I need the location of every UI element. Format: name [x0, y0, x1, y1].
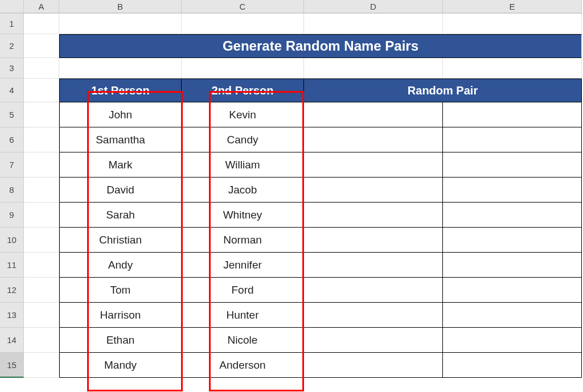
row-header-9[interactable]: 9 [0, 203, 24, 228]
table-row: 15MandyAnderson [0, 353, 583, 378]
cell-A5[interactable] [24, 102, 59, 127]
cell-E9[interactable] [443, 203, 582, 228]
cell-A1[interactable] [24, 14, 59, 34]
cell-E11[interactable] [443, 253, 582, 278]
cell-B13[interactable]: Harrison [59, 303, 182, 328]
table-row: 6SamanthaCandy [0, 127, 583, 152]
row-header-5[interactable]: 5 [0, 102, 24, 127]
cell-C9[interactable]: Whitney [182, 203, 304, 228]
cell-E10[interactable] [443, 228, 582, 253]
cell-B11[interactable]: Andy [59, 253, 182, 278]
cell-D5[interactable] [304, 102, 443, 127]
cell-A10[interactable] [24, 228, 59, 253]
col-header-B[interactable]: B [59, 0, 182, 13]
cell-D11[interactable] [304, 253, 443, 278]
cell-A12[interactable] [24, 278, 59, 303]
table-row: 7MarkWilliam [0, 152, 583, 178]
cell-C12[interactable]: Ford [182, 278, 304, 303]
cell-B1[interactable] [59, 14, 182, 34]
col-header-A[interactable]: A [24, 0, 59, 13]
table-row: 12TomFord [0, 278, 583, 303]
cell-D1[interactable] [304, 14, 443, 34]
cell-C7[interactable]: William [182, 152, 304, 178]
cell-E12[interactable] [443, 278, 582, 303]
cell-B6[interactable]: Samantha [59, 127, 182, 152]
row-header-11[interactable]: 11 [0, 253, 24, 278]
col-header-E[interactable]: E [443, 0, 582, 13]
header-2nd-person[interactable]: 2nd Person [182, 79, 304, 102]
cell-A6[interactable] [24, 127, 59, 152]
cell-B5[interactable]: John [59, 102, 182, 127]
cell-C11[interactable]: Jennifer [182, 253, 304, 278]
cell-E14[interactable] [443, 328, 582, 353]
cell-B7[interactable]: Mark [59, 152, 182, 178]
cell-C14[interactable]: Nicole [182, 328, 304, 353]
cell-C1[interactable] [182, 14, 304, 34]
cell-E8[interactable] [443, 178, 582, 203]
cell-A13[interactable] [24, 303, 59, 328]
cell-D15[interactable] [304, 353, 443, 378]
cell-B9[interactable]: Sarah [59, 203, 182, 228]
cell-C10[interactable]: Norman [182, 228, 304, 253]
cell-D8[interactable] [304, 178, 443, 203]
cell-A15[interactable] [24, 353, 59, 378]
cell-A14[interactable] [24, 328, 59, 353]
cell-C5[interactable]: Kevin [182, 102, 304, 127]
cell-D6[interactable] [304, 127, 443, 152]
row-header-2[interactable]: 2 [0, 34, 24, 58]
cell-D7[interactable] [304, 152, 443, 178]
col-header-C[interactable]: C [182, 0, 304, 13]
cell-A11[interactable] [24, 253, 59, 278]
cell-C15[interactable]: Anderson [182, 353, 304, 378]
cell-E15[interactable] [443, 353, 582, 378]
row-header-13[interactable]: 13 [0, 303, 24, 328]
header-random-pair[interactable]: Random Pair [304, 79, 582, 102]
row-header-7[interactable]: 7 [0, 152, 24, 178]
row-header-8[interactable]: 8 [0, 178, 24, 203]
cell-C13[interactable]: Hunter [182, 303, 304, 328]
row-header-1[interactable]: 1 [0, 14, 24, 34]
cell-E1[interactable] [443, 14, 582, 34]
cell-E13[interactable] [443, 303, 582, 328]
row-header-10[interactable]: 10 [0, 228, 24, 253]
row-header-4[interactable]: 4 [0, 79, 24, 102]
row-header-6[interactable]: 6 [0, 127, 24, 152]
cell-C3[interactable] [182, 58, 304, 79]
row-header-14[interactable]: 14 [0, 328, 24, 353]
cell-D3[interactable] [304, 58, 443, 79]
cell-A4[interactable] [24, 79, 59, 102]
header-1st-person[interactable]: 1st Person [59, 79, 182, 102]
cell-D13[interactable] [304, 303, 443, 328]
table-row: 13HarrisonHunter [0, 303, 583, 328]
cell-B8[interactable]: David [59, 178, 182, 203]
column-headers: A B C D E [0, 0, 583, 14]
cell-B3[interactable] [59, 58, 182, 79]
cell-D9[interactable] [304, 203, 443, 228]
cell-A7[interactable] [24, 152, 59, 178]
spreadsheet-grid: A B C D E 1 2 Generate Random Name Pairs… [0, 0, 583, 392]
cell-B14[interactable]: Ethan [59, 328, 182, 353]
cell-D14[interactable] [304, 328, 443, 353]
cell-B12[interactable]: Tom [59, 278, 182, 303]
cell-C6[interactable]: Candy [182, 127, 304, 152]
cell-A8[interactable] [24, 178, 59, 203]
cell-E6[interactable] [443, 127, 582, 152]
cell-D10[interactable] [304, 228, 443, 253]
cell-D12[interactable] [304, 278, 443, 303]
cell-B15[interactable]: Mandy [59, 353, 182, 378]
cell-E3[interactable] [443, 58, 582, 79]
cell-A2[interactable] [24, 34, 59, 58]
row-header-15[interactable]: 15 [0, 353, 24, 378]
cell-E7[interactable] [443, 152, 582, 178]
row-header-12[interactable]: 12 [0, 278, 24, 303]
select-all-corner[interactable] [0, 0, 24, 13]
title-cell[interactable]: Generate Random Name Pairs [59, 34, 582, 58]
row-header-3[interactable]: 3 [0, 58, 24, 79]
cell-A9[interactable] [24, 203, 59, 228]
cell-E5[interactable] [443, 102, 582, 127]
table-row: 9SarahWhitney [0, 203, 583, 228]
cell-A3[interactable] [24, 58, 59, 79]
col-header-D[interactable]: D [304, 0, 443, 13]
cell-C8[interactable]: Jacob [182, 178, 304, 203]
cell-B10[interactable]: Christian [59, 228, 182, 253]
